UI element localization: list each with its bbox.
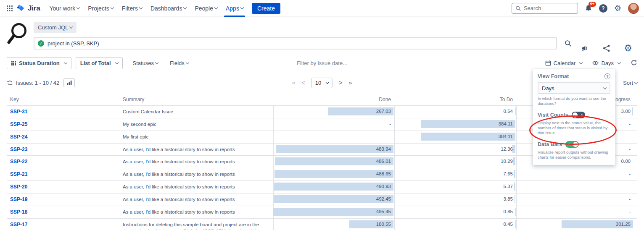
- notification-badge: 9+: [589, 2, 596, 7]
- report-settings-gear-icon[interactable]: ⚙: [624, 44, 632, 53]
- grid-icon: [11, 61, 16, 65]
- duration-value: 267.03: [376, 106, 391, 117]
- duration-value: 0.45: [504, 219, 513, 230]
- issue-key-link[interactable]: SSP-17: [10, 219, 27, 227]
- issue-summary: As a user, I'd like a historical story t…: [119, 144, 273, 156]
- chevron-down-icon: [64, 60, 67, 64]
- nav-people[interactable]: People: [190, 0, 222, 17]
- issue-key-link[interactable]: SSP-23: [10, 144, 27, 152]
- duration-value: 10.29: [501, 156, 513, 167]
- toggle-knob: [573, 112, 578, 118]
- run-search-icon[interactable]: [565, 40, 572, 47]
- jql-mode-dropdown[interactable]: Custom JQL: [34, 22, 77, 33]
- nav-filters[interactable]: Filters: [118, 0, 146, 17]
- last-page-button[interactable]: »: [348, 79, 352, 86]
- sort-dropdown[interactable]: Sort: [623, 80, 637, 86]
- duration-value: -: [389, 131, 391, 142]
- jira-logo[interactable]: Jira: [17, 4, 40, 13]
- chevron-down-icon: [579, 60, 583, 64]
- app-switcher-icon[interactable]: [4, 3, 15, 14]
- visit-counts-toggle[interactable]: ✓ ×: [572, 112, 585, 118]
- issues-count-label: Issues: 1 - 10 / 42: [16, 80, 59, 86]
- toggle-check-icon: ✓: [567, 142, 571, 146]
- data-bar: [274, 183, 393, 191]
- report-type-dropdown[interactable]: Status Duration: [7, 57, 71, 69]
- view-format-select[interactable]: Days: [538, 82, 610, 94]
- jql-input[interactable]: ✓ project in (SSP, SKP): [34, 37, 557, 50]
- nav-projects[interactable]: Projects: [84, 0, 118, 17]
- nav-apps[interactable]: Apps: [222, 0, 248, 17]
- view-format-help-text: In which format do you want to see the d…: [538, 96, 610, 107]
- issue-date-filter[interactable]: Filter by issue date...: [297, 60, 347, 66]
- create-button[interactable]: Create: [252, 3, 280, 14]
- duration-cell-todo: 3.85: [394, 193, 516, 206]
- global-search-input[interactable]: [524, 5, 570, 11]
- global-search[interactable]: [512, 3, 578, 14]
- list-mode-dropdown[interactable]: List of Total: [76, 57, 123, 69]
- page-size-select[interactable]: 10: [311, 78, 333, 88]
- duration-cell-todo: 5.37: [394, 181, 516, 193]
- chevron-down-icon: [115, 60, 118, 64]
- duration-value: -: [629, 181, 631, 192]
- top-navigation: Jira Your work Projects Filters Dashboar…: [0, 0, 644, 17]
- help-icon[interactable]: ?: [599, 4, 607, 13]
- first-page-button[interactable]: «: [292, 79, 296, 86]
- issue-summary: As a user, I'd like a historical story t…: [119, 181, 273, 193]
- issue-key-link[interactable]: SSP-20: [10, 181, 27, 190]
- nav-your-work[interactable]: Your work: [45, 0, 84, 17]
- fields-dropdown[interactable]: Fields: [170, 60, 189, 66]
- duration-cell-todo: 10.29: [394, 156, 516, 168]
- user-avatar[interactable]: [628, 3, 639, 14]
- next-page-button[interactable]: >: [339, 79, 342, 86]
- duration-value: 12.36: [501, 144, 513, 155]
- duration-value: -: [629, 193, 631, 205]
- settings-gear-icon[interactable]: ⚙: [614, 4, 621, 12]
- announcement-megaphone-icon[interactable]: [581, 44, 589, 52]
- notifications-button[interactable]: 9+: [585, 5, 592, 12]
- duration-value: 5.37: [504, 181, 513, 192]
- issue-key-link[interactable]: SSP-21: [10, 168, 27, 177]
- data-bars-toggle[interactable]: ✓ ×: [565, 141, 579, 148]
- duration-cell-done: 492.45: [273, 193, 394, 206]
- app-logo-magnifier-icon: [6, 22, 30, 46]
- chevron-down-icon: [111, 6, 114, 9]
- duration-value: 495.45: [376, 206, 391, 217]
- view-format-help-icon[interactable]: ?: [604, 73, 610, 79]
- sync-icon[interactable]: [7, 80, 13, 86]
- chevron-down-icon: [186, 60, 189, 64]
- issue-key-link[interactable]: SSP-25: [10, 118, 27, 127]
- issue-key-link[interactable]: SSP-31: [10, 106, 27, 115]
- data-bar: [632, 107, 633, 115]
- primary-nav: Your work Projects Filters Dashboards Pe…: [45, 0, 247, 17]
- issue-key-link[interactable]: SSP-22: [10, 156, 27, 165]
- data-bar: [275, 157, 393, 165]
- prev-page-button[interactable]: <: [302, 79, 305, 86]
- issue-key-link[interactable]: SSP-18: [10, 206, 27, 215]
- chevron-down-icon: [603, 86, 607, 89]
- view-format-label: View Format: [538, 73, 569, 79]
- duration-value: 0.85: [504, 206, 513, 217]
- chevron-down-icon: [240, 6, 244, 9]
- query-section: Custom JQL ✓ project in (SSP, SKP): [0, 17, 644, 54]
- jira-logo-text: Jira: [28, 4, 40, 13]
- column-header-todo: To Do: [394, 97, 516, 102]
- calendar-dropdown[interactable]: Calendar: [545, 60, 583, 66]
- issue-key-link[interactable]: SSP-24: [10, 131, 27, 140]
- view-settings-panel: View Format ? Days In which format do yo…: [533, 69, 615, 165]
- jql-valid-check-icon: ✓: [38, 40, 44, 47]
- share-icon[interactable]: [603, 44, 610, 52]
- chart-view-button[interactable]: [63, 78, 75, 87]
- data-bars-help-text: Visualize report outputs without drawing…: [538, 150, 610, 160]
- column-header-summary: Summary: [119, 97, 273, 102]
- statuses-dropdown[interactable]: Statuses: [133, 60, 158, 66]
- duration-value: 483.94: [376, 144, 391, 155]
- duration-cell-done: -: [273, 118, 394, 131]
- search-icon: [515, 5, 521, 11]
- issue-key-link[interactable]: SSP-19: [10, 193, 27, 202]
- duration-value: -: [629, 168, 631, 180]
- view-format-dropdown[interactable]: Days: [592, 60, 620, 66]
- nav-dashboards[interactable]: Dashboards: [146, 0, 191, 17]
- refresh-icon[interactable]: [631, 60, 637, 66]
- table-row: SSP-20As a user, I'd like a historical s…: [7, 181, 637, 193]
- report-toolbar: Status Duration List of Total Statuses F…: [0, 56, 644, 70]
